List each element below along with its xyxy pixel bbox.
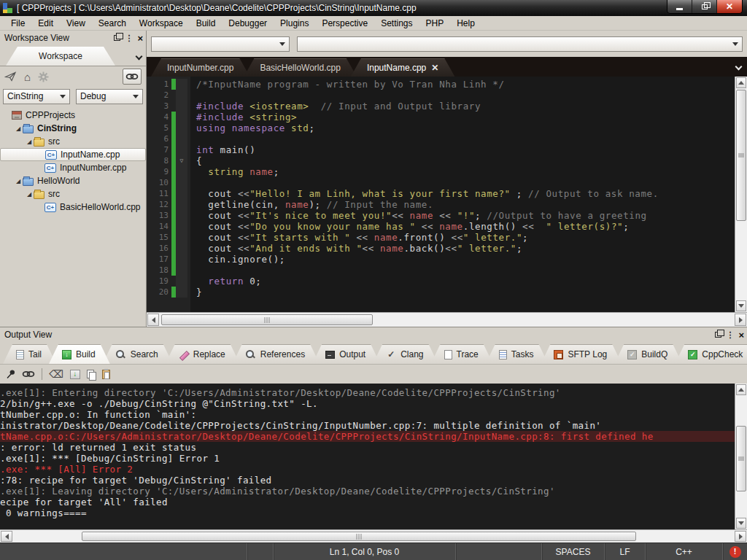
output-tab-sftp-log[interactable]: SFTP Log [541, 344, 622, 364]
close-button[interactable]: ✕ [717, 0, 742, 13]
close-pane-icon[interactable]: × [137, 34, 143, 43]
float-pane-icon[interactable] [715, 332, 721, 338]
menu-edit[interactable]: Edit [31, 17, 60, 30]
menu-settings[interactable]: Settings [374, 17, 419, 30]
editor-vscrollbar[interactable] [735, 77, 747, 312]
fold-marker-icon[interactable]: ▽ [176, 155, 187, 166]
tree-item-helloworld[interactable]: ◢HelloWorld [0, 174, 146, 187]
output-tab-tail[interactable]: Tail [3, 344, 56, 364]
scroll-right-arrow[interactable] [735, 314, 746, 326]
menu-plugins[interactable]: Plugins [274, 17, 315, 30]
hscroll-thumb[interactable] [82, 532, 636, 541]
output-tab-tasks[interactable]: Tasks [486, 344, 549, 364]
output-tab-buildq[interactable]: ✓BuildQ [614, 344, 682, 364]
function-select[interactable] [297, 36, 743, 52]
pane-menu-icon[interactable]: ⋮ [125, 34, 133, 42]
language-mode[interactable]: C++ [645, 543, 722, 560]
clear-output-icon[interactable]: ⌫ [49, 369, 63, 379]
menu-build[interactable]: Build [190, 17, 222, 30]
code-editor[interactable]: 12345678▽91011121314151617181920 /*Input… [147, 77, 747, 312]
code-token: "Hello! I am Linh, what is your first na… [249, 188, 511, 199]
paper-plane-icon[interactable] [4, 71, 17, 82]
minimize-button[interactable] [667, 0, 692, 13]
save-output-icon[interactable]: ↓ [70, 370, 80, 379]
menu-help[interactable]: Help [450, 17, 481, 30]
editor-tab-inputname-cpp[interactable]: InputName.cpp✕ [351, 58, 454, 77]
scroll-left-arrow[interactable] [1, 531, 12, 542]
output-tab-replace[interactable]: Replace [166, 344, 240, 364]
hscroll-thumb[interactable] [161, 314, 373, 325]
scroll-right-arrow[interactable] [735, 531, 746, 542]
close-tab-icon[interactable]: ✕ [431, 63, 438, 72]
output-tab-build[interactable]: ↓Build [49, 344, 110, 364]
output-tab-cppcheck[interactable]: ✓CppCheck [675, 344, 747, 364]
vscroll-thumb[interactable] [736, 426, 746, 491]
code-line: string name; [190, 166, 735, 177]
scope-select[interactable] [151, 36, 290, 52]
workspace-toolbar: ⌂ [0, 66, 146, 87]
tree-item-cinstring[interactable]: ◢CinString [0, 122, 146, 135]
link-editor-button[interactable] [123, 69, 142, 85]
output-tab-trace[interactable]: Trace [431, 344, 493, 364]
build-console[interactable]: .exe[1]: Entering directory 'C:/Users/Ad… [0, 384, 735, 529]
eol-mode[interactable]: LF [604, 543, 645, 560]
close-pane-icon[interactable]: × [738, 330, 744, 340]
whitespace-mode[interactable]: SPACES [541, 543, 604, 560]
scroll-down-arrow[interactable] [736, 518, 746, 529]
link-icon[interactable] [22, 370, 35, 378]
editor-hscrollbar[interactable] [147, 312, 747, 327]
output-tab-output[interactable]: Output [312, 344, 380, 364]
restore-button[interactable] [692, 0, 717, 13]
output-hscrollbar[interactable] [0, 529, 747, 542]
config-select[interactable]: Debug [76, 89, 143, 104]
tree-item-src[interactable]: ◢src [0, 187, 146, 201]
output-tab-references[interactable]: References [233, 344, 320, 364]
tree-item-inputnumber-cpp[interactable]: C+InputNumber.cpp [0, 161, 146, 174]
menu-search[interactable]: Search [92, 17, 133, 30]
project-select[interactable]: CinString [3, 89, 70, 104]
menu-debugger[interactable]: Debugger [222, 17, 274, 30]
fold-margin [176, 166, 187, 177]
tree-expand-icon[interactable]: ◢ [25, 139, 34, 145]
pin-icon[interactable] [6, 369, 15, 379]
scroll-down-arrow[interactable] [736, 300, 746, 311]
code-token: getline(cin, [196, 199, 285, 210]
code-token: // Output to ask name. [528, 188, 659, 199]
home-icon[interactable]: ⌂ [24, 71, 31, 82]
tree-expand-icon[interactable]: ◢ [14, 178, 23, 184]
vscroll-thumb[interactable] [736, 90, 746, 221]
tab-overflow-chevron-icon[interactable] [736, 61, 741, 71]
tab-workspace[interactable]: Workspace [6, 47, 115, 66]
menu-view[interactable]: View [60, 17, 92, 30]
folder-blue-icon [23, 125, 34, 133]
tree-item-cppprojects[interactable]: CPPProjects [0, 109, 146, 122]
menu-file[interactable]: File [4, 17, 31, 30]
code-token: .length() [463, 221, 522, 232]
scroll-up-arrow[interactable] [736, 77, 746, 88]
editor-tab-basichelloworld-cpp[interactable]: BasicHelloWorld.cpp [244, 58, 357, 77]
menu-php[interactable]: PHP [419, 17, 451, 30]
tree-expand-icon[interactable]: ◢ [25, 191, 34, 198]
tree-expand-icon[interactable]: ◢ [14, 125, 23, 132]
scroll-left-arrow[interactable] [147, 314, 159, 326]
output-vscrollbar[interactable] [735, 384, 747, 529]
output-tab-search[interactable]: Search [103, 344, 173, 364]
titlebar[interactable]: [ CPPProjects ] C:\Users\Administrator\D… [0, 0, 747, 16]
tree-item-inputname-cpp[interactable]: C+InputName.cpp [0, 148, 146, 161]
menu-perspective[interactable]: Perspective [315, 17, 374, 30]
scroll-up-arrow[interactable] [736, 384, 746, 395]
tree-item-basichelloworld-cpp[interactable]: C+BasicHelloWorld.cpp [0, 201, 146, 214]
paste-icon[interactable] [102, 370, 110, 379]
gear-icon[interactable] [38, 71, 49, 82]
line-number: 18 [147, 265, 171, 276]
output-tab-clang[interactable]: ✓Clang [373, 344, 438, 364]
build-error-icon[interactable]: ! [729, 546, 741, 558]
float-pane-icon[interactable] [114, 35, 120, 41]
menu-workspace[interactable]: Workspace [133, 17, 190, 30]
tree-item-src[interactable]: ◢src [0, 135, 146, 148]
chevron-down-icon[interactable] [136, 51, 142, 61]
pane-menu-icon[interactable]: ⋮ [726, 331, 734, 339]
editor-tab-inputnumber-cpp[interactable]: InputNumber.cpp [151, 58, 249, 77]
editor-code-pane[interactable]: /*InputName program - written by Vo Tran… [190, 77, 735, 312]
copy-icon[interactable] [87, 370, 96, 379]
